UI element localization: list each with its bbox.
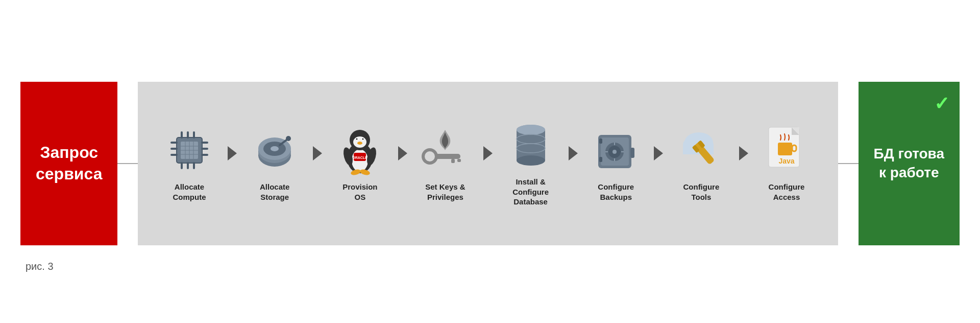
right-connector-line [838,82,859,245]
arrow-4 [483,146,493,181]
arrow-shape-2 [313,146,322,160]
arrow-shape-5 [569,146,578,160]
svg-point-34 [362,139,364,140]
svg-point-24 [271,146,279,151]
left-connector-line [117,82,138,245]
step-configure-access-label: ConfigureAccess [769,182,805,202]
penguin-icon: ORACLE [337,125,383,176]
step-allocate-compute: AllocateCompute [153,125,225,202]
arrow-1 [228,146,237,181]
storage-icon [252,127,298,173]
step-allocate-storage-label: AllocateStorage [260,182,289,202]
java-icon-container: Java [761,125,812,176]
key-icon [420,127,471,173]
step-install-db-label: Install &ConfigureDatabase [512,177,549,207]
safe-icon [593,127,639,173]
left-label: Запроссервиса [20,82,117,245]
diagram-container: Запроссервиса [20,82,960,245]
svg-text:ORACLE: ORACLE [353,156,368,159]
arrow-shape-6 [654,146,663,160]
svg-rect-63 [599,139,602,144]
storage-icon-container [249,125,300,176]
svg-rect-45 [451,159,455,163]
cpu-icon-container [164,125,215,176]
wrench-icon [676,127,727,173]
svg-point-57 [612,150,617,154]
step-set-keys: Set Keys &Privileges [409,125,481,202]
penguin-icon-container: ORACLE [334,125,385,176]
svg-rect-76 [778,143,792,155]
step-install-db: Install &ConfigureDatabase [495,120,567,207]
arrow-5 [569,146,578,181]
svg-rect-46 [457,159,461,162]
arrow-shape-3 [398,146,407,160]
step-allocate-storage: AllocateStorage [239,125,311,202]
key-icon-container [420,125,471,176]
pipeline-area: AllocateCompute [138,82,838,245]
step-provision-os-label: ProvisionOS [342,182,377,202]
caption: рис. 3 [26,261,980,272]
checkmark-icon: ✓ [934,92,949,116]
arrow-2 [313,146,322,181]
step-configure-backups: ConfigureBackups [580,125,652,202]
arrow-6 [654,146,663,181]
pipeline-inner: AllocateCompute [153,120,822,207]
step-configure-tools-label: ConfigureTools [683,182,719,202]
arrow-shape-1 [228,146,237,160]
right-label-text: БД готовак работе [874,145,944,182]
arrow-shape-7 [739,146,748,160]
svg-text:Java: Java [778,157,794,165]
svg-point-44 [425,151,435,161]
database-icon-container [505,120,556,171]
left-label-text: Запроссервиса [36,142,102,184]
caption-text: рис. 3 [26,261,54,272]
step-allocate-compute-label: AllocateCompute [173,182,206,202]
step-set-keys-label: Set Keys &Privileges [425,182,465,202]
wrench-icon-container [676,125,727,176]
step-configure-tools: ConfigureTools [665,125,737,202]
arrow-7 [739,146,748,181]
svg-point-50 [517,125,545,135]
svg-point-26 [286,136,291,141]
safe-icon-container [591,125,642,176]
arrow-3 [398,146,407,181]
svg-point-35 [357,142,362,145]
svg-rect-62 [630,148,634,158]
right-label: ✓ БД готовак работе [859,82,960,245]
step-provision-os: ORACLE ProvisionOS [324,125,396,202]
database-icon [510,120,551,171]
svg-point-33 [356,139,358,140]
svg-point-49 [517,155,545,166]
step-configure-access: Java ConfigureAccess [750,125,822,202]
java-icon: Java [764,125,810,176]
svg-rect-64 [599,157,602,162]
step-configure-backups-label: ConfigureBackups [598,182,634,202]
arrow-shape-4 [483,146,493,160]
cpu-icon [166,127,212,173]
